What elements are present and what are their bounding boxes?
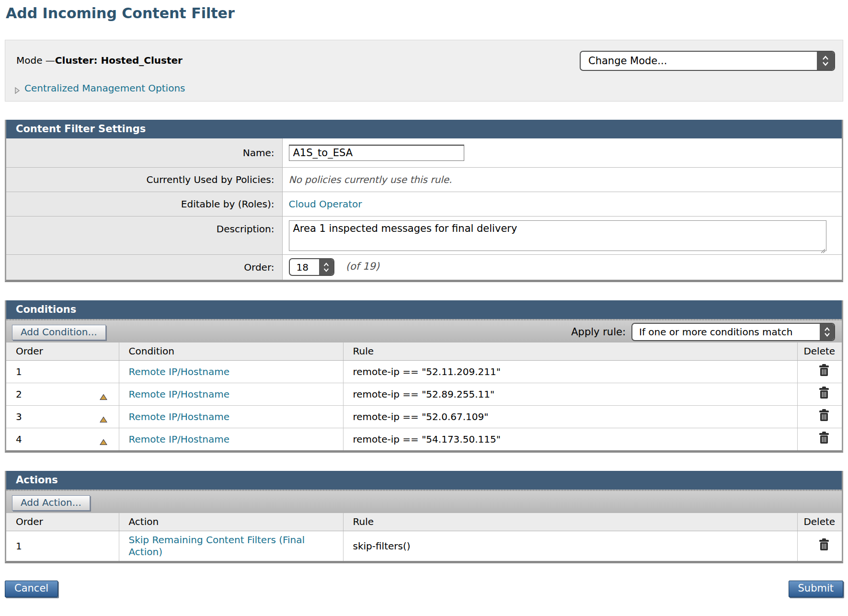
add-condition-button[interactable]: Add Condition... bbox=[12, 325, 106, 340]
triangle-right-icon bbox=[15, 85, 20, 91]
trash-icon[interactable] bbox=[818, 538, 830, 551]
table-row: Order: 18 (of 19) bbox=[6, 254, 842, 280]
trash-icon[interactable] bbox=[818, 409, 830, 422]
change-mode-selected-value: Change Mode... bbox=[581, 52, 817, 70]
trash-icon[interactable] bbox=[818, 364, 830, 376]
action-rule: skip-filters() bbox=[343, 531, 797, 561]
condition-rule: remote-ip == "52.11.209.211" bbox=[343, 360, 797, 383]
mode-box: Mode —Cluster: Hosted_Cluster Change Mod… bbox=[5, 40, 843, 102]
condition-rule: remote-ip == "52.89.255.11" bbox=[343, 383, 797, 405]
apply-rule-selected-value: If one or more conditions match bbox=[632, 324, 820, 340]
chevron-up-down-icon bbox=[820, 324, 834, 340]
actions-panel: Actions Add Action... Order Action Rule … bbox=[5, 471, 843, 563]
table-row: 1 Skip Remaining Content Filters (Final … bbox=[6, 531, 842, 561]
table-row: 2 Remote IP/Hostname remote-ip == "52.89… bbox=[6, 383, 842, 405]
actions-table: Order Action Rule Delete 1 Skip Remainin… bbox=[6, 513, 842, 561]
footer-bar: Cancel Submit bbox=[5, 581, 843, 600]
table-row: Description: Area 1 inspected messages f… bbox=[6, 216, 842, 254]
policies-label: Currently Used by Policies: bbox=[6, 167, 282, 192]
name-label: Name: bbox=[6, 138, 282, 167]
condition-order: 3 bbox=[16, 411, 22, 422]
conditions-panel: Conditions Add Condition... Apply rule: … bbox=[5, 300, 843, 453]
centralized-management-row: Centralized Management Options bbox=[15, 82, 185, 94]
mode-dash: — bbox=[46, 55, 55, 66]
centralized-management-options-link[interactable]: Centralized Management Options bbox=[24, 82, 185, 94]
conditions-col-rule: Rule bbox=[343, 342, 797, 360]
roles-label: Editable by (Roles): bbox=[6, 192, 282, 216]
chevron-up-down-icon bbox=[817, 52, 834, 70]
page-title: Add Incoming Content Filter bbox=[6, 5, 843, 22]
condition-rule: remote-ip == "54.173.50.115" bbox=[343, 428, 797, 450]
actions-col-delete: Delete bbox=[797, 513, 842, 531]
content-filter-settings-header: Content Filter Settings bbox=[6, 120, 842, 138]
conditions-col-delete: Delete bbox=[797, 342, 842, 360]
condition-order: 1 bbox=[16, 366, 22, 377]
action-link[interactable]: Skip Remaining Content Filters (Final Ac… bbox=[129, 534, 335, 558]
cancel-button[interactable]: Cancel bbox=[5, 581, 58, 597]
description-textarea[interactable]: Area 1 inspected messages for final deli… bbox=[289, 220, 826, 251]
page: Add Incoming Content Filter Mode —Cluste… bbox=[0, 5, 848, 600]
mode-line: Mode —Cluster: Hosted_Cluster bbox=[16, 55, 183, 66]
table-row: Currently Used by Policies: No policies … bbox=[6, 167, 842, 192]
trash-icon[interactable] bbox=[818, 387, 830, 399]
settings-table: Name: Currently Used by Policies: No pol… bbox=[6, 138, 842, 280]
condition-order: 2 bbox=[16, 388, 22, 400]
actions-toolbar: Add Action... bbox=[6, 490, 842, 513]
chevron-up-down-icon bbox=[319, 259, 333, 275]
actions-col-order: Order bbox=[6, 513, 119, 531]
apply-rule-select[interactable]: If one or more conditions match bbox=[631, 323, 835, 341]
table-row: 1 Remote IP/Hostname remote-ip == "52.11… bbox=[6, 360, 842, 383]
actions-col-action: Action bbox=[119, 513, 343, 531]
move-up-icon[interactable] bbox=[100, 436, 107, 442]
condition-link[interactable]: Remote IP/Hostname bbox=[129, 388, 229, 400]
table-row: Name: bbox=[6, 138, 842, 167]
conditions-header: Conditions bbox=[6, 300, 842, 319]
submit-button[interactable]: Submit bbox=[789, 581, 844, 597]
conditions-toolbar: Add Condition... Apply rule: If one or m… bbox=[6, 319, 842, 342]
condition-rule: remote-ip == "52.0.67.109" bbox=[343, 405, 797, 428]
conditions-col-condition: Condition bbox=[119, 342, 343, 360]
apply-rule-label: Apply rule: bbox=[571, 326, 626, 338]
condition-order: 4 bbox=[16, 433, 22, 445]
action-order: 1 bbox=[16, 540, 22, 552]
move-up-icon[interactable] bbox=[100, 391, 107, 397]
mode-label: Mode bbox=[16, 55, 46, 66]
move-up-icon[interactable] bbox=[100, 413, 107, 420]
content-filter-settings-panel: Content Filter Settings Name: Currently … bbox=[5, 120, 843, 282]
name-input[interactable] bbox=[289, 145, 464, 161]
table-row: Editable by (Roles): Cloud Operator bbox=[6, 192, 842, 216]
order-label: Order: bbox=[6, 254, 282, 280]
table-row: 3 Remote IP/Hostname remote-ip == "52.0.… bbox=[6, 405, 842, 428]
add-action-button[interactable]: Add Action... bbox=[12, 495, 90, 511]
mode-value: Cluster: Hosted_Cluster bbox=[55, 55, 183, 66]
roles-link[interactable]: Cloud Operator bbox=[289, 198, 362, 210]
condition-link[interactable]: Remote IP/Hostname bbox=[129, 433, 229, 445]
actions-col-rule: Rule bbox=[343, 513, 797, 531]
actions-header: Actions bbox=[6, 471, 842, 490]
description-label: Description: bbox=[6, 216, 282, 254]
order-selected-value: 18 bbox=[290, 259, 319, 275]
policies-value: No policies currently use this rule. bbox=[289, 174, 452, 185]
condition-link[interactable]: Remote IP/Hostname bbox=[129, 366, 229, 377]
conditions-col-order: Order bbox=[6, 342, 119, 360]
trash-icon[interactable] bbox=[818, 432, 830, 444]
condition-link[interactable]: Remote IP/Hostname bbox=[129, 411, 229, 422]
order-total-note: (of 19) bbox=[346, 261, 379, 272]
table-row: 4 Remote IP/Hostname remote-ip == "54.17… bbox=[6, 428, 842, 450]
apply-rule-row: Apply rule: If one or more conditions ma… bbox=[571, 323, 835, 341]
conditions-table: Order Condition Rule Delete 1 Remote IP/… bbox=[6, 342, 842, 450]
order-select[interactable]: 18 bbox=[289, 258, 334, 276]
change-mode-select[interactable]: Change Mode... bbox=[580, 51, 835, 71]
